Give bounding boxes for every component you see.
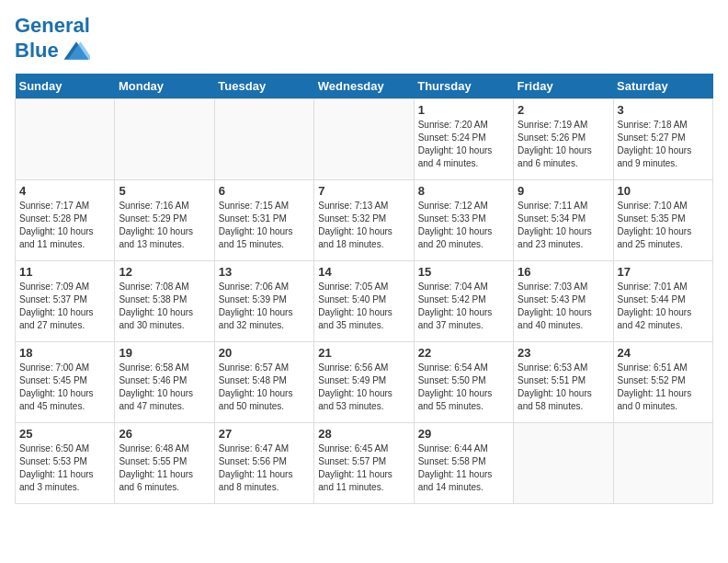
calendar-cell: 8Sunrise: 7:12 AM Sunset: 5:33 PM Daylig… [414,180,513,261]
day-info: Sunrise: 7:17 AM Sunset: 5:28 PM Dayligh… [19,200,110,251]
calendar-cell: 23Sunrise: 6:53 AM Sunset: 5:51 PM Dayli… [514,342,613,423]
day-info: Sunrise: 7:16 AM Sunset: 5:29 PM Dayligh… [119,200,210,251]
day-info: Sunrise: 6:47 AM Sunset: 5:56 PM Dayligh… [219,442,310,494]
day-header-monday: Monday [115,74,214,99]
day-number: 12 [119,265,210,279]
day-header-sunday: Sunday [16,74,115,99]
day-header-saturday: Saturday [613,74,712,99]
day-info: Sunrise: 6:56 AM Sunset: 5:49 PM Dayligh… [318,362,409,413]
day-info: Sunrise: 7:05 AM Sunset: 5:40 PM Dayligh… [318,281,409,332]
calendar-cell: 25Sunrise: 6:50 AM Sunset: 5:53 PM Dayli… [16,423,115,504]
calendar-week-3: 11Sunrise: 7:09 AM Sunset: 5:37 PM Dayli… [16,261,713,342]
day-header-tuesday: Tuesday [214,74,313,99]
day-info: Sunrise: 7:00 AM Sunset: 5:45 PM Dayligh… [19,362,110,413]
day-number: 24 [618,346,709,360]
day-number: 9 [518,184,609,198]
logo-text: General [15,15,90,37]
calendar-week-1: 1Sunrise: 7:20 AM Sunset: 5:24 PM Daylig… [16,99,713,180]
calendar-cell: 2Sunrise: 7:19 AM Sunset: 5:26 PM Daylig… [514,99,613,180]
day-number: 6 [219,184,310,198]
calendar-cell: 17Sunrise: 7:01 AM Sunset: 5:44 PM Dayli… [613,261,712,342]
day-info: Sunrise: 7:19 AM Sunset: 5:26 PM Dayligh… [518,119,609,170]
calendar-cell [613,423,712,504]
calendar-cell: 4Sunrise: 7:17 AM Sunset: 5:28 PM Daylig… [16,180,115,261]
day-number: 27 [219,427,310,441]
day-number: 13 [219,265,310,279]
calendar-cell [214,99,313,180]
calendar-cell: 26Sunrise: 6:48 AM Sunset: 5:55 PM Dayli… [115,423,214,504]
calendar-cell: 9Sunrise: 7:11 AM Sunset: 5:34 PM Daylig… [514,180,613,261]
day-number: 21 [318,346,409,360]
day-info: Sunrise: 7:09 AM Sunset: 5:37 PM Dayligh… [19,281,110,332]
day-info: Sunrise: 7:08 AM Sunset: 5:38 PM Dayligh… [119,281,210,332]
day-number: 23 [518,346,609,360]
calendar-cell: 16Sunrise: 7:03 AM Sunset: 5:43 PM Dayli… [514,261,613,342]
day-number: 29 [418,427,509,441]
calendar-cell: 19Sunrise: 6:58 AM Sunset: 5:46 PM Dayli… [115,342,214,423]
calendar-cell: 10Sunrise: 7:10 AM Sunset: 5:35 PM Dayli… [613,180,712,261]
calendar-cell: 21Sunrise: 6:56 AM Sunset: 5:49 PM Dayli… [314,342,414,423]
calendar-cell: 20Sunrise: 6:57 AM Sunset: 5:48 PM Dayli… [214,342,313,423]
day-number: 3 [618,103,709,117]
day-info: Sunrise: 6:51 AM Sunset: 5:52 PM Dayligh… [618,362,709,413]
day-info: Sunrise: 7:18 AM Sunset: 5:27 PM Dayligh… [618,119,709,170]
calendar-week-4: 18Sunrise: 7:00 AM Sunset: 5:45 PM Dayli… [16,342,713,423]
calendar-cell: 28Sunrise: 6:45 AM Sunset: 5:57 PM Dayli… [314,423,414,504]
day-info: Sunrise: 6:54 AM Sunset: 5:50 PM Dayligh… [418,362,509,413]
day-number: 28 [318,427,409,441]
day-info: Sunrise: 7:06 AM Sunset: 5:39 PM Dayligh… [219,281,310,332]
day-info: Sunrise: 6:48 AM Sunset: 5:55 PM Dayligh… [119,442,210,494]
calendar-cell: 14Sunrise: 7:05 AM Sunset: 5:40 PM Dayli… [314,261,414,342]
calendar-table: SundayMondayTuesdayWednesdayThursdayFrid… [15,74,713,504]
calendar-cell: 11Sunrise: 7:09 AM Sunset: 5:37 PM Dayli… [16,261,115,342]
day-number: 7 [318,184,409,198]
logo-icon [63,37,90,64]
day-number: 2 [518,103,609,117]
calendar-cell: 7Sunrise: 7:13 AM Sunset: 5:32 PM Daylig… [314,180,414,261]
calendar-cell: 12Sunrise: 7:08 AM Sunset: 5:38 PM Dayli… [115,261,214,342]
day-number: 5 [119,184,210,198]
day-number: 17 [618,265,709,279]
calendar-cell [16,99,115,180]
day-info: Sunrise: 6:44 AM Sunset: 5:58 PM Dayligh… [418,442,509,494]
calendar-cell: 22Sunrise: 6:54 AM Sunset: 5:50 PM Dayli… [414,342,513,423]
calendar-cell: 6Sunrise: 7:15 AM Sunset: 5:31 PM Daylig… [214,180,313,261]
day-number: 22 [418,346,509,360]
logo: General Blue [15,15,90,64]
calendar-cell: 5Sunrise: 7:16 AM Sunset: 5:29 PM Daylig… [115,180,214,261]
calendar-cell: 18Sunrise: 7:00 AM Sunset: 5:45 PM Dayli… [16,342,115,423]
day-number: 16 [518,265,609,279]
day-number: 14 [318,265,409,279]
day-number: 15 [418,265,509,279]
calendar-cell: 27Sunrise: 6:47 AM Sunset: 5:56 PM Dayli… [214,423,313,504]
day-header-wednesday: Wednesday [314,74,414,99]
day-number: 26 [119,427,210,441]
day-info: Sunrise: 7:15 AM Sunset: 5:31 PM Dayligh… [219,200,310,251]
calendar-cell [314,99,414,180]
calendar-header-row: SundayMondayTuesdayWednesdayThursdayFrid… [16,74,713,99]
day-info: Sunrise: 6:50 AM Sunset: 5:53 PM Dayligh… [19,442,110,494]
day-info: Sunrise: 6:53 AM Sunset: 5:51 PM Dayligh… [518,362,609,413]
day-number: 18 [19,346,110,360]
calendar-cell: 24Sunrise: 6:51 AM Sunset: 5:52 PM Dayli… [613,342,712,423]
day-number: 10 [618,184,709,198]
day-info: Sunrise: 7:10 AM Sunset: 5:35 PM Dayligh… [618,200,709,251]
calendar-cell: 1Sunrise: 7:20 AM Sunset: 5:24 PM Daylig… [414,99,513,180]
day-info: Sunrise: 7:11 AM Sunset: 5:34 PM Dayligh… [518,200,609,251]
day-number: 4 [19,184,110,198]
day-info: Sunrise: 6:45 AM Sunset: 5:57 PM Dayligh… [318,442,409,494]
day-info: Sunrise: 6:58 AM Sunset: 5:46 PM Dayligh… [119,362,210,413]
day-number: 1 [418,103,509,117]
calendar-cell: 3Sunrise: 7:18 AM Sunset: 5:27 PM Daylig… [613,99,712,180]
day-number: 20 [219,346,310,360]
day-number: 19 [119,346,210,360]
calendar-cell: 15Sunrise: 7:04 AM Sunset: 5:42 PM Dayli… [414,261,513,342]
day-number: 25 [19,427,110,441]
page-header: General Blue [15,15,713,64]
day-info: Sunrise: 6:57 AM Sunset: 5:48 PM Dayligh… [219,362,310,413]
day-number: 11 [19,265,110,279]
day-info: Sunrise: 7:04 AM Sunset: 5:42 PM Dayligh… [418,281,509,332]
calendar-cell [514,423,613,504]
day-info: Sunrise: 7:03 AM Sunset: 5:43 PM Dayligh… [518,281,609,332]
day-info: Sunrise: 7:01 AM Sunset: 5:44 PM Dayligh… [618,281,709,332]
